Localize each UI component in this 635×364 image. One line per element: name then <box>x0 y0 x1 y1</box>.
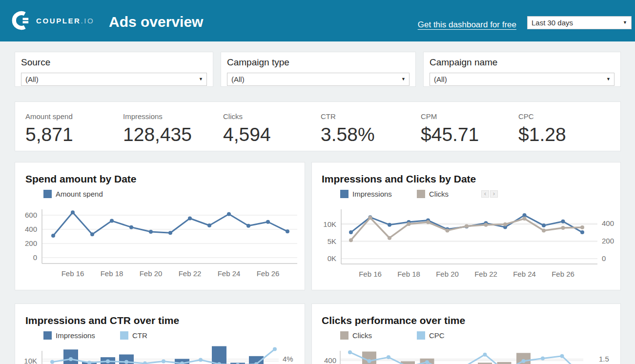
svg-text:Feb 20: Feb 20 <box>140 269 163 278</box>
svg-text:Feb 18: Feb 18 <box>101 269 123 278</box>
coupler-logo-icon <box>12 11 31 30</box>
caret-down-icon: ▼ <box>199 77 203 81</box>
ads-overview-dashboard: COUPLER.IO Ads overview Get this dashboa… <box>0 0 635 364</box>
kpi-label: CTR <box>321 112 375 121</box>
campaign-name-filter-select[interactable]: (All) ▼ <box>430 73 615 86</box>
brand-primary: COUPLER <box>36 17 81 25</box>
filter-value: (All) <box>434 75 447 83</box>
filter-label: Source <box>21 57 50 68</box>
svg-text:Feb 26: Feb 26 <box>257 269 280 278</box>
kpi-label: Impressions <box>123 112 192 121</box>
caret-down-icon: ▼ <box>606 77 611 81</box>
caret-down-icon: ▼ <box>623 20 627 25</box>
filter-card-source: Source (All) ▼ <box>15 52 213 87</box>
chart-card-impressions-clicks: Impressions and Clicks by Date Impressio… <box>311 162 621 290</box>
filter-card-campaign-type: Campaign type (All) ▼ <box>221 52 416 87</box>
date-range-value: Last 30 days <box>532 19 573 27</box>
svg-text:1.5: 1.5 <box>599 355 609 363</box>
filter-value: (All) <box>25 75 39 83</box>
svg-text:Feb 16: Feb 16 <box>61 269 84 278</box>
chart-card-spend-by-date: Spend amount by Date Amount spend 020040… <box>15 162 305 290</box>
chart-card-clicks-performance: Clicks performance over time Clicks CPC … <box>311 303 621 364</box>
kpi-cpm: CPM $45.71 <box>421 102 479 151</box>
svg-text:Feb 24: Feb 24 <box>513 270 536 278</box>
svg-text:600: 600 <box>25 211 37 219</box>
kpi-cpc: CPC $1.28 <box>518 102 566 151</box>
svg-text:400: 400 <box>25 225 37 233</box>
impressions-ctr-plot[interactable]: 10K4%Feb 16Feb 18Feb 20Feb 22Feb 24Feb 2… <box>15 304 305 364</box>
svg-text:10K: 10K <box>24 357 37 364</box>
kpi-amount-spend: Amount spend 5,871 <box>25 102 73 151</box>
get-dashboard-link[interactable]: Get this dashboard for free <box>418 20 516 30</box>
kpi-label: CPM <box>421 112 479 121</box>
impressions-clicks-plot[interactable]: 0K5K10K0200400Feb 16Feb 18Feb 20Feb 22Fe… <box>312 162 620 290</box>
page-title: Ads overview <box>109 14 203 30</box>
kpi-ctr: CTR 3.58% <box>321 102 375 151</box>
svg-text:Feb 16: Feb 16 <box>359 270 382 278</box>
chart-card-impressions-ctr: Impressions and CTR over time Impression… <box>15 303 305 364</box>
svg-text:400: 400 <box>324 356 336 364</box>
kpi-impressions: Impressions 128,435 <box>123 102 192 151</box>
kpi-label: Clicks <box>223 112 271 121</box>
svg-text:0K: 0K <box>328 254 336 263</box>
svg-text:Feb 22: Feb 22 <box>474 270 497 278</box>
kpi-value: 3.58% <box>321 124 375 145</box>
filter-card-campaign-name: Campaign name (All) ▼ <box>423 52 621 87</box>
spend-by-date-plot[interactable]: 0200400600Feb 16Feb 18Feb 20Feb 22Feb 24… <box>15 162 305 290</box>
svg-text:4%: 4% <box>283 355 293 363</box>
kpi-value: 5,871 <box>25 124 73 145</box>
svg-text:200: 200 <box>602 237 614 245</box>
date-range-select[interactable]: Last 30 days ▼ <box>527 16 632 29</box>
svg-text:0: 0 <box>602 254 606 263</box>
kpi-value: 128,435 <box>123 124 192 145</box>
svg-text:400: 400 <box>602 219 614 227</box>
brand-wordmark: COUPLER.IO <box>36 17 94 25</box>
svg-text:10K: 10K <box>323 220 336 228</box>
brand-suffix: .IO <box>81 17 95 25</box>
header-bar: COUPLER.IO Ads overview Get this dashboa… <box>0 0 635 41</box>
kpi-value: 4,594 <box>223 124 271 145</box>
svg-text:Feb 20: Feb 20 <box>436 270 459 278</box>
kpi-value: $1.28 <box>518 124 566 145</box>
filter-value: (All) <box>231 75 245 83</box>
kpi-label: CPC <box>518 112 566 121</box>
filter-label: Campaign type <box>227 57 289 68</box>
clicks-performance-plot[interactable]: 4001.5Feb 16Feb 18Feb 20Feb 22Feb 24Feb … <box>312 304 620 364</box>
svg-text:5K: 5K <box>328 237 336 245</box>
svg-text:Feb 22: Feb 22 <box>179 269 202 278</box>
kpi-clicks: Clicks 4,594 <box>223 102 271 151</box>
source-filter-select[interactable]: (All) ▼ <box>21 73 207 86</box>
svg-text:200: 200 <box>25 239 37 247</box>
svg-text:Feb 24: Feb 24 <box>218 269 241 278</box>
svg-text:0: 0 <box>33 253 37 262</box>
kpi-summary-card: Amount spend 5,871 Impressions 128,435 C… <box>15 101 621 151</box>
caret-down-icon: ▼ <box>401 77 406 81</box>
svg-text:Feb 26: Feb 26 <box>552 270 574 278</box>
kpi-value: $45.71 <box>421 124 479 145</box>
svg-text:Feb 18: Feb 18 <box>397 270 420 278</box>
campaign-type-filter-select[interactable]: (All) ▼ <box>227 73 410 86</box>
filter-label: Campaign name <box>430 57 497 68</box>
kpi-label: Amount spend <box>25 112 73 121</box>
